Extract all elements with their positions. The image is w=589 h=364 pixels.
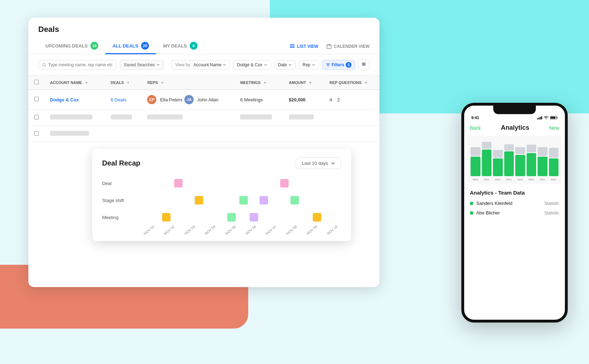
date-chevron-icon (288, 63, 292, 67)
stage-dot-2 (239, 196, 248, 205)
skeleton-checkbox-1[interactable] (34, 115, 39, 119)
search-box[interactable] (38, 60, 116, 70)
date-range-btn[interactable]: Last 10 days (296, 157, 341, 169)
filters-btn[interactable]: Filters 5 (322, 60, 355, 70)
rep-filter-pill[interactable]: Rep (299, 60, 319, 69)
row-checkbox-cell (28, 90, 44, 110)
skeleton-amount-1 (289, 114, 314, 119)
date-nov10: NOV 10 (323, 222, 341, 238)
th-meetings[interactable]: MEETINGS ▼ (234, 75, 283, 90)
phone-back-btn[interactable]: Back (470, 125, 481, 131)
bar-stack-6 (527, 137, 537, 176)
bar-1: Item (471, 137, 480, 181)
svg-rect-2 (290, 47, 295, 48)
th-amount[interactable]: AMOUNT ▼ (283, 75, 324, 90)
calendar-view-label: CALENDER VIEW (334, 44, 369, 49)
account-name-link[interactable]: Dodge & Cox (50, 97, 79, 102)
svg-point-15 (362, 63, 363, 63)
date-nov01: NOV 01 (140, 222, 158, 238)
list-icon (290, 44, 295, 49)
meetings-sort-icon[interactable]: ▼ (263, 81, 267, 85)
th-rep-questions[interactable]: REP QUESTIONS ▼ (324, 75, 379, 90)
th-reps[interactable]: REPS ▼ (141, 75, 234, 90)
bar-gray-3 (493, 150, 503, 158)
timeline-container: Deal Stage shift Meeting (102, 178, 341, 233)
bar-6: Item (527, 137, 537, 181)
search-input[interactable] (48, 62, 112, 67)
account-filter-pill[interactable]: Dodge & Cox (233, 60, 271, 69)
svg-rect-1 (290, 46, 295, 46)
phone-status-icons (537, 116, 558, 119)
rep-q2: 2 (337, 97, 340, 102)
rep-2-name: John Allan (197, 97, 218, 102)
tab-upcoming-deals[interactable]: UPCOMING DEALS 10 (38, 38, 105, 54)
bar-gray-6 (527, 145, 537, 152)
view-by-pill[interactable]: View by: Account Name (171, 60, 230, 69)
reps-sort-icon[interactable]: ▼ (160, 81, 164, 85)
svg-point-16 (364, 64, 365, 65)
phone-new-btn[interactable]: New (549, 125, 559, 131)
bar-stack-8 (549, 137, 559, 176)
rep-1-name: Ella Peters (160, 97, 182, 102)
calendar-icon (327, 44, 332, 49)
tab-all-deals[interactable]: ALL DEALS 20 (105, 38, 156, 54)
bar-stack-5 (515, 137, 525, 176)
svg-rect-4 (328, 44, 329, 45)
skeleton-checkbox-2[interactable] (34, 131, 39, 136)
th-deals[interactable]: DEALS ▼ (105, 75, 141, 90)
account-name-sort-icon[interactable]: ▼ (85, 81, 88, 85)
svg-point-17 (363, 65, 363, 66)
deals-count: 8 Deals (111, 97, 126, 102)
th-account-name[interactable]: ACCOUNT NAME ▼ (44, 75, 105, 90)
svg-point-18 (546, 119, 546, 119)
timeline-label-deal: Deal (102, 181, 138, 186)
table-container: ACCOUNT NAME ▼ DEALS ▼ REPS ▼ MEETINGS ▼ (28, 75, 379, 142)
bar-gray-4 (504, 144, 514, 151)
team-member-name-1: Sanders Kleinfeld (476, 201, 512, 206)
wifi-icon (544, 116, 549, 119)
meetings-cell: 6 Meetings (234, 90, 283, 110)
bar-gray-7 (538, 147, 548, 156)
bar-stack-4 (504, 137, 514, 176)
bar-label-7: Item (540, 178, 545, 181)
signal-bar-1 (537, 118, 538, 119)
deal-dot-1 (174, 179, 183, 187)
amount-sort-icon[interactable]: ▼ (309, 81, 312, 85)
list-view-btn[interactable]: LIST VIEW (290, 44, 318, 49)
search-icon (42, 63, 46, 67)
row-checkbox[interactable] (34, 97, 39, 101)
filters-label: Filters (332, 62, 344, 67)
view-switcher: LIST VIEW CALENDER VIEW (290, 44, 369, 49)
account-filter-label: Dodge & Cox (237, 62, 262, 67)
tab-upcoming-label: UPCOMING DEALS (45, 43, 88, 49)
meetings-value: 6 Meetings (240, 97, 263, 102)
bar-2: Item (482, 137, 492, 181)
select-all-checkbox[interactable] (34, 80, 39, 84)
saved-searches-btn[interactable]: Saved Searches (120, 60, 164, 70)
stage-dot-1 (195, 196, 203, 205)
signal-bar-2 (538, 118, 539, 119)
skeleton-row-2 (28, 126, 379, 142)
reps-list: EP Ella Peters JA John Allan (147, 95, 229, 104)
skeleton-reps-1 (147, 114, 183, 119)
battery-icon (550, 116, 558, 119)
timeline-track-deal (138, 178, 341, 189)
settings-icon-btn[interactable] (358, 60, 369, 70)
bar-8: Item (549, 137, 559, 181)
timeline-track-meeting (138, 212, 341, 223)
bar-5: Item (515, 137, 525, 181)
account-chevron-icon (264, 63, 267, 67)
phone-time: 9:41 (471, 116, 479, 120)
calendar-view-btn[interactable]: CALENDER VIEW (327, 44, 369, 49)
deals-sort-icon[interactable]: ▼ (126, 81, 130, 85)
signal-bar-3 (540, 117, 541, 119)
rep-q-sort-icon[interactable]: ▼ (364, 81, 368, 85)
account-name-cell: Dodge & Cox (44, 90, 105, 110)
date-filter-pill[interactable]: Date (274, 60, 296, 69)
toolbar: Saved Searches View by: Account Name Dod… (28, 55, 379, 75)
tab-my-deals[interactable]: MY DEALS 4 (156, 38, 205, 54)
bars-container: Item Item Item (471, 139, 559, 181)
meeting-dot-3 (250, 213, 258, 222)
bar-gray-8 (549, 148, 559, 158)
amount-cell: $20,000 (283, 90, 324, 110)
